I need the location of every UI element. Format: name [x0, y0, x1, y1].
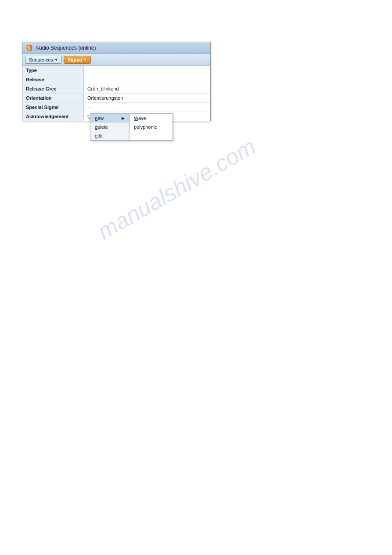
context-menu-level1: new ▶ delete edit: [90, 113, 129, 141]
toolbar: Sequences ▼ Signal ▼: [22, 54, 210, 66]
window-wrapper: S Audio Sequences (online) Sequences ▼ S…: [22, 42, 211, 121]
row-label-acknowledgement: Acknowledgement: [22, 112, 84, 121]
row-label-release: Release: [22, 75, 84, 84]
table-row-orientation: Orientation Orientierungston: [22, 94, 210, 103]
row-value-type: [84, 66, 210, 75]
menu-item-delete[interactable]: delete: [90, 123, 129, 131]
menu-item-wave[interactable]: Wave: [129, 114, 173, 123]
context-menu-system: new ▶ delete edit Wave polyphonic: [90, 113, 173, 141]
menu-item-edit-label: edit: [95, 133, 103, 138]
row-value-special-signal: –: [84, 103, 210, 112]
menu-item-polyphonic-label: polyphonic: [134, 124, 157, 130]
menu-item-new-label: new: [95, 116, 104, 121]
table-row: Type: [22, 66, 210, 75]
row-label-type: Type: [22, 66, 84, 75]
app-icon: S: [26, 44, 33, 51]
row-value-release: [84, 75, 210, 84]
signal-label: Signal: [68, 57, 82, 62]
window-title: Audio Sequences (online): [36, 45, 96, 51]
menu-item-polyphonic[interactable]: polyphonic: [129, 123, 173, 131]
sequences-button[interactable]: Sequences ▼: [25, 56, 62, 64]
row-value-orientation: Orientierungston: [84, 94, 210, 102]
svg-text:S: S: [27, 46, 30, 51]
row-label-release-gree: Release Gree: [22, 84, 84, 93]
row-value-release-gree: Grün_blinkend: [84, 84, 210, 93]
row-label-orientation: Orientation: [22, 94, 84, 102]
sequences-label: Sequences: [29, 57, 53, 62]
data-table: Type Release Release Gree Grün_blinkend …: [22, 66, 210, 121]
page-container: S Audio Sequences (online) Sequences ▼ S…: [0, 0, 392, 555]
window-titlebar: S Audio Sequences (online): [22, 42, 210, 54]
application-window: S Audio Sequences (online) Sequences ▼ S…: [22, 42, 211, 121]
menu-item-edit[interactable]: edit: [90, 131, 129, 140]
menu-item-new-arrow: ▶: [122, 116, 125, 120]
table-row-release-gree: Release Gree Grün_blinkend: [22, 84, 210, 94]
sequences-arrow-icon: ▼: [54, 58, 58, 62]
watermark: manualshive.com: [93, 133, 260, 245]
table-row-release: Release: [22, 75, 210, 84]
menu-item-wave-label: Wave: [134, 116, 146, 121]
context-menu-level2: Wave polyphonic: [129, 113, 173, 141]
signal-arrow-icon: ▼: [83, 58, 87, 62]
menu-item-delete-label: delete: [95, 124, 108, 130]
table-row-special-signal: Special Signal –: [22, 103, 210, 112]
menu-item-new[interactable]: new ▶: [90, 114, 129, 123]
signal-button[interactable]: Signal ▼: [64, 56, 91, 64]
row-label-special-signal: Special Signal: [22, 103, 84, 112]
